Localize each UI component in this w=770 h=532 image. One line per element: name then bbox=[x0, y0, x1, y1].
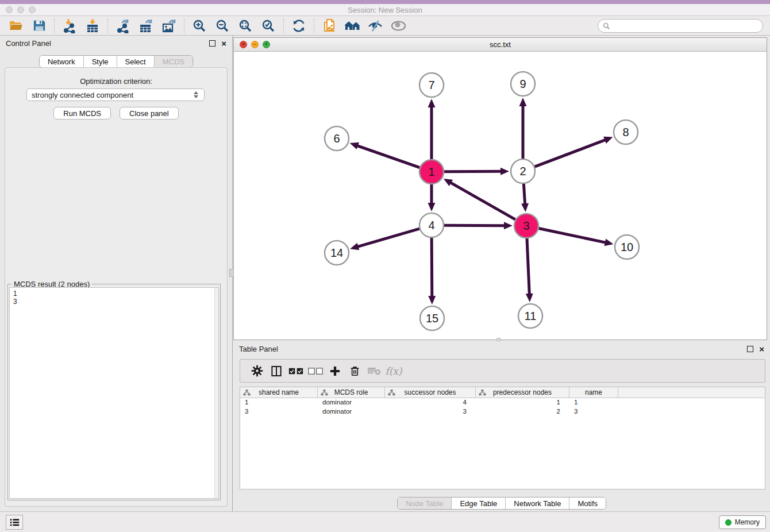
cell-mcds-role[interactable]: dominator bbox=[318, 407, 385, 417]
tab-select[interactable]: Select bbox=[117, 56, 154, 67]
save-session-icon[interactable] bbox=[30, 18, 48, 34]
cell-shared-name[interactable]: 1 bbox=[240, 398, 318, 407]
add-column-icon[interactable] bbox=[325, 363, 345, 380]
cell-shared-name[interactable]: 3 bbox=[240, 407, 318, 417]
network-window-title: scc.txt bbox=[234, 40, 767, 49]
arrowhead-1-2 bbox=[500, 168, 509, 175]
export-network-icon[interactable] bbox=[114, 18, 132, 34]
edge-3-1[interactable] bbox=[450, 182, 515, 219]
cell-name[interactable]: 1 bbox=[569, 398, 618, 407]
column-header-predecessor-nodes[interactable]: predecessor nodes bbox=[476, 387, 569, 398]
show-task-history-button[interactable] bbox=[6, 515, 23, 530]
import-table-icon[interactable] bbox=[84, 18, 101, 34]
table-row[interactable]: 1dominator411 bbox=[240, 398, 765, 407]
edge-1-6[interactable] bbox=[357, 145, 419, 167]
graph-node-label-9: 9 bbox=[519, 78, 526, 90]
zoom-selected-icon[interactable] bbox=[260, 18, 277, 34]
optimization-criterion-label: Optimization criterion: bbox=[5, 77, 227, 86]
toolbar-separator bbox=[184, 18, 184, 33]
import-network-icon[interactable] bbox=[61, 18, 78, 34]
edge-4-14[interactable] bbox=[357, 229, 419, 247]
cell-mcds-role[interactable]: dominator bbox=[318, 398, 385, 407]
copy-network-icon[interactable] bbox=[321, 18, 338, 34]
zoom-out-icon[interactable] bbox=[214, 18, 231, 34]
tab-network-table[interactable]: Network Table bbox=[505, 498, 569, 509]
close-table-panel-icon[interactable]: × bbox=[759, 346, 764, 352]
overview-homes-icon[interactable] bbox=[344, 18, 361, 34]
cell-successor-nodes[interactable]: 4 bbox=[385, 398, 476, 407]
toolbar-separator bbox=[283, 18, 284, 33]
criterion-combobox[interactable]: strongly connected component bbox=[26, 88, 205, 101]
edge-1-2[interactable] bbox=[444, 171, 502, 172]
edge-3-10[interactable] bbox=[539, 229, 606, 243]
zoom-fit-icon[interactable] bbox=[237, 18, 254, 34]
deselect-all-checks-icon[interactable] bbox=[306, 363, 325, 380]
float-panel-icon[interactable] bbox=[209, 40, 215, 47]
show-eye-icon[interactable] bbox=[390, 18, 407, 34]
graph-node-label-3: 3 bbox=[523, 219, 529, 232]
arrowhead-4-15 bbox=[428, 296, 436, 304]
settings-gear-icon[interactable] bbox=[247, 363, 267, 380]
hide-eye-icon[interactable] bbox=[367, 18, 384, 34]
node-table[interactable]: shared nameMCDS rolesuccessor nodesprede… bbox=[240, 387, 765, 489]
search-input[interactable] bbox=[613, 20, 763, 32]
net-minimize-button[interactable]: − bbox=[251, 41, 259, 48]
control-panel: Control Panel × NetworkStyleSelectMCDS O… bbox=[0, 36, 233, 511]
edge-3-11[interactable] bbox=[527, 238, 529, 295]
zoom-in-icon[interactable] bbox=[191, 18, 208, 34]
close-panel-button[interactable]: Close panel bbox=[120, 107, 179, 119]
edge-2-8[interactable] bbox=[535, 140, 606, 167]
delete-column-icon[interactable] bbox=[345, 363, 364, 380]
edge-4-15[interactable] bbox=[432, 238, 432, 297]
net-close-button[interactable]: × bbox=[240, 41, 247, 48]
arrowhead-2-9 bbox=[519, 98, 527, 106]
run-mcds-button[interactable]: Run MCDS bbox=[53, 107, 111, 119]
edge-4-3[interactable] bbox=[444, 225, 505, 226]
column-header-name[interactable]: name bbox=[569, 387, 618, 398]
table-panel-title: Table Panel bbox=[239, 345, 747, 353]
cell-predecessor-nodes[interactable]: 2 bbox=[476, 407, 569, 417]
split-column-icon[interactable] bbox=[267, 363, 286, 380]
export-image-icon[interactable] bbox=[160, 18, 178, 34]
table-row[interactable]: 3dominator323 bbox=[240, 407, 765, 417]
export-table-icon[interactable] bbox=[137, 18, 155, 34]
toolbar-search[interactable] bbox=[598, 19, 763, 33]
column-header-mcds-role[interactable]: MCDS role bbox=[318, 387, 385, 398]
cell-predecessor-nodes[interactable]: 1 bbox=[476, 398, 569, 407]
cell-successor-nodes[interactable]: 3 bbox=[385, 407, 476, 417]
tab-style[interactable]: Style bbox=[83, 56, 117, 67]
titlebar-accent-strip bbox=[0, 0, 770, 4]
tab-network[interactable]: Network bbox=[40, 56, 83, 67]
result-scrollbar[interactable] bbox=[214, 288, 218, 498]
mcds-result-text[interactable]: 1 3 bbox=[9, 287, 219, 499]
graph-node-label-11: 11 bbox=[525, 310, 537, 322]
network-resize-handle[interactable] bbox=[496, 338, 500, 341]
splitter-handle[interactable] bbox=[229, 269, 234, 277]
tab-edge-table[interactable]: Edge Table bbox=[451, 498, 505, 509]
memory-button[interactable]: Memory bbox=[719, 515, 766, 529]
network-canvas[interactable]: 7968124314101511 bbox=[234, 52, 767, 340]
mcds-result-groupbox: MCDS result (2 nodes) 1 3 bbox=[7, 284, 221, 500]
graph-node-label-14: 14 bbox=[330, 246, 343, 259]
tab-motifs[interactable]: Motifs bbox=[569, 498, 606, 509]
select-all-checks-icon[interactable] bbox=[286, 363, 306, 380]
cell-name[interactable]: 3 bbox=[569, 407, 618, 417]
refresh-icon[interactable] bbox=[290, 18, 307, 34]
tab-mcds[interactable]: MCDS bbox=[154, 56, 192, 67]
close-panel-icon[interactable]: × bbox=[221, 40, 226, 47]
table-toolbar: f(x) bbox=[240, 359, 765, 383]
graph-node-label-6: 6 bbox=[333, 132, 340, 145]
open-session-icon[interactable] bbox=[7, 18, 25, 34]
arrowhead-2-3 bbox=[521, 203, 529, 212]
column-header-shared-name[interactable]: shared name bbox=[240, 387, 318, 398]
tab-node-table[interactable]: Node Table bbox=[398, 498, 452, 509]
graph-node-label-10: 10 bbox=[621, 241, 633, 253]
arrowhead-1-7 bbox=[428, 99, 436, 107]
net-maximize-button[interactable]: + bbox=[263, 41, 270, 48]
column-header-successor-nodes[interactable]: successor nodes bbox=[385, 387, 476, 398]
float-table-panel-icon[interactable] bbox=[747, 346, 753, 352]
arrowhead-2-8 bbox=[603, 137, 613, 144]
table-tabs: Node TableEdge TableNetwork TableMotifs bbox=[397, 497, 606, 510]
arrowhead-1-6 bbox=[350, 142, 359, 149]
edge-2-3[interactable] bbox=[523, 184, 525, 205]
